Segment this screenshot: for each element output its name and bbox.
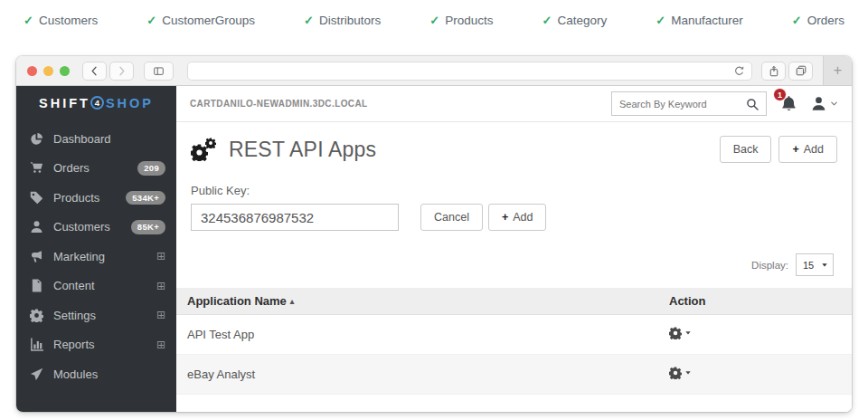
user-icon bbox=[29, 220, 44, 234]
checklist-label: Customers bbox=[39, 14, 98, 27]
file-icon bbox=[29, 279, 44, 292]
public-key-input[interactable] bbox=[191, 204, 399, 231]
check-icon: ✓ bbox=[542, 14, 552, 27]
gear-icon bbox=[29, 309, 44, 322]
sidebar-item-modules[interactable]: Modules bbox=[16, 359, 176, 389]
expand-icon[interactable]: ⊞ bbox=[156, 310, 165, 320]
checklist-label: Category bbox=[557, 14, 607, 27]
tab-overview-button[interactable] bbox=[788, 62, 813, 81]
rest-api-gears-icon bbox=[191, 138, 218, 162]
page-title: REST API Apps bbox=[229, 138, 709, 162]
sort-ascending-icon: ▴ bbox=[290, 297, 295, 306]
address-input[interactable] bbox=[188, 62, 733, 80]
expand-icon[interactable]: ⊞ bbox=[156, 251, 165, 262]
count-badge: 85K+ bbox=[131, 220, 165, 234]
checklist-label: Products bbox=[445, 14, 493, 27]
add-button-label: Add bbox=[513, 211, 533, 224]
column-header-application-name[interactable]: Application Name ▴ bbox=[187, 294, 669, 308]
dashboard-icon bbox=[29, 132, 44, 146]
store-domain: CARTDANILO-NEWADMIN.3DC.LOCAL bbox=[190, 99, 598, 109]
sidebar-item-marketing[interactable]: Marketing ⊞ bbox=[16, 242, 176, 272]
check-icon: ✓ bbox=[656, 14, 665, 27]
sidebar-item-customers[interactable]: Customers 85K+ bbox=[16, 213, 176, 243]
sidebar-item-orders[interactable]: Orders 209 bbox=[16, 154, 176, 184]
public-key-form: Public Key: Cancel +Add bbox=[176, 175, 852, 231]
sidebar-panel-icon bbox=[154, 66, 164, 76]
chevron-right-icon bbox=[117, 66, 127, 76]
sidebar-toggle-button[interactable] bbox=[144, 62, 174, 81]
expand-icon[interactable]: ⊞ bbox=[156, 339, 165, 350]
checklist-item-manufacturer: ✓Manufacturer bbox=[656, 14, 742, 27]
sidebar-item-label: Products bbox=[53, 191, 117, 205]
checklist-label: Distributors bbox=[319, 14, 381, 27]
display-count-select[interactable]: 15 bbox=[796, 253, 834, 276]
row-action-dropdown[interactable] bbox=[669, 367, 692, 379]
sidebar-item-label: Customers bbox=[53, 220, 122, 234]
header-buttons: Back +Add bbox=[720, 136, 837, 163]
megaphone-icon bbox=[29, 250, 44, 263]
rocket-icon bbox=[29, 368, 44, 381]
user-menu-button[interactable] bbox=[811, 96, 838, 111]
status-checklist: ✓Customers ✓CustomerGroups ✓Distributors… bbox=[0, 0, 868, 40]
table-header-row: Application Name ▴ Action bbox=[176, 288, 852, 315]
check-icon: ✓ bbox=[24, 14, 33, 27]
sidebar-item-settings[interactable]: Settings ⊞ bbox=[16, 301, 176, 330]
checklist-item-products: ✓Products bbox=[429, 14, 493, 27]
close-window-button[interactable] bbox=[27, 66, 37, 76]
form-add-button[interactable]: +Add bbox=[488, 204, 547, 231]
sidebar-item-label: Orders bbox=[53, 161, 128, 175]
api-apps-table: Application Name ▴ Action API Test App bbox=[176, 288, 852, 395]
logo-text-shift: SHIFT bbox=[39, 96, 90, 110]
browser-back-button[interactable] bbox=[82, 62, 107, 81]
expand-icon[interactable]: ⊞ bbox=[156, 281, 165, 291]
cancel-button[interactable]: Cancel bbox=[420, 204, 483, 231]
check-icon: ✓ bbox=[792, 14, 802, 27]
table-row: API Test App bbox=[176, 315, 852, 355]
cart-icon bbox=[29, 161, 44, 175]
tabs-icon bbox=[796, 65, 807, 76]
sidebar: SHIFT 4 SHOP Dashboard Orders 209 bbox=[16, 86, 176, 412]
sidebar-item-label: Modules bbox=[53, 368, 165, 381]
sidebar-item-label: Reports bbox=[53, 338, 147, 351]
keyword-search-box[interactable] bbox=[611, 91, 767, 116]
count-badge: 534K+ bbox=[126, 191, 165, 205]
display-label: Display: bbox=[751, 260, 788, 271]
sidebar-item-label: Settings bbox=[53, 309, 147, 322]
share-icon bbox=[769, 65, 779, 77]
search-input[interactable] bbox=[619, 99, 741, 110]
share-button[interactable] bbox=[761, 62, 786, 81]
back-button-label: Back bbox=[733, 143, 759, 156]
sidebar-nav: Dashboard Orders 209 Products 534K+ bbox=[16, 119, 176, 412]
address-bar[interactable] bbox=[187, 62, 752, 81]
cancel-button-label: Cancel bbox=[434, 211, 469, 224]
tags-icon bbox=[29, 191, 44, 205]
gear-icon bbox=[669, 327, 682, 339]
sidebar-item-products[interactable]: Products 534K+ bbox=[16, 183, 176, 213]
search-icon[interactable] bbox=[746, 98, 759, 110]
plus-icon: + bbox=[792, 143, 798, 156]
display-count-row: Display: 15 bbox=[176, 231, 852, 276]
caret-down-icon bbox=[821, 262, 828, 269]
browser-forward-button[interactable] bbox=[109, 62, 134, 81]
sidebar-item-reports[interactable]: Reports ⊞ bbox=[16, 330, 176, 360]
sidebar-item-label: Content bbox=[53, 279, 147, 292]
app-name-cell: API Test App bbox=[187, 328, 669, 341]
main-content: CARTDANILO-NEWADMIN.3DC.LOCAL 1 bbox=[176, 86, 852, 412]
refresh-icon[interactable] bbox=[733, 65, 745, 77]
add-button[interactable]: +Add bbox=[778, 136, 837, 163]
row-action-dropdown[interactable] bbox=[669, 327, 692, 339]
sidebar-item-label: Marketing bbox=[53, 250, 147, 263]
display-count-value: 15 bbox=[803, 260, 814, 271]
sidebar-item-dashboard[interactable]: Dashboard bbox=[16, 124, 176, 154]
new-tab-button[interactable]: + bbox=[823, 56, 852, 85]
checklist-item-category: ✓Category bbox=[542, 14, 607, 27]
notifications-button[interactable]: 1 bbox=[780, 95, 797, 112]
check-icon: ✓ bbox=[429, 14, 439, 27]
checklist-item-customers: ✓Customers bbox=[24, 14, 98, 27]
shift4shop-logo[interactable]: SHIFT 4 SHOP bbox=[16, 86, 176, 119]
minimize-window-button[interactable] bbox=[43, 66, 53, 76]
sidebar-item-content[interactable]: Content ⊞ bbox=[16, 272, 176, 301]
zoom-window-button[interactable] bbox=[60, 66, 70, 76]
back-button[interactable]: Back bbox=[720, 136, 772, 163]
chevron-down-icon bbox=[830, 100, 838, 108]
